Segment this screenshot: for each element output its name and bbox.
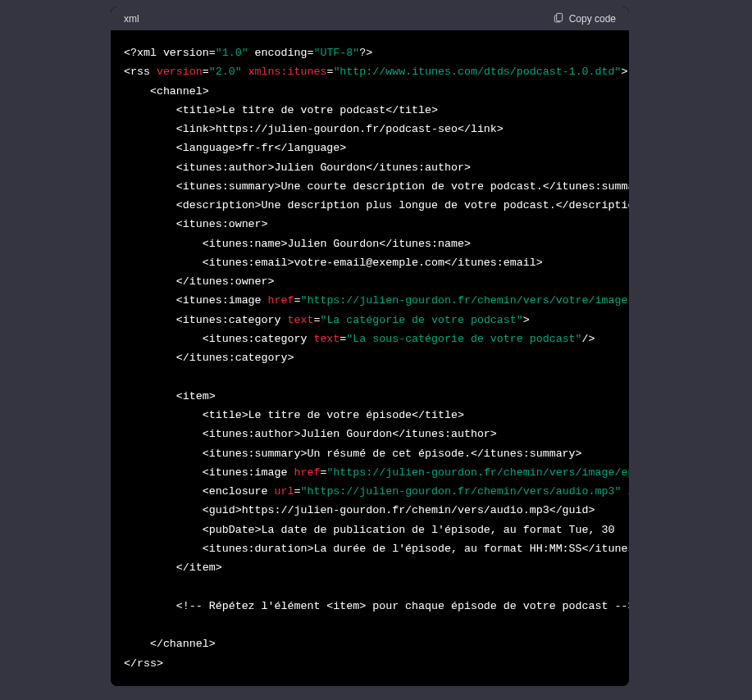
code-token: length <box>627 485 629 498</box>
code-token: </channel> <box>124 638 216 650</box>
code-token: <itunes:summary>Un résumé de cet épisode… <box>124 448 582 460</box>
code-token: /> <box>582 333 595 345</box>
code-token: </itunes:owner> <box>124 275 275 288</box>
code-token: > <box>523 314 530 326</box>
code-token: <itunes:image <box>124 466 294 479</box>
code-token: url <box>275 485 294 498</box>
svg-rect-0 <box>556 13 562 20</box>
code-token: "https://julien-gourdon.fr/chemin/vers/i… <box>326 466 629 479</box>
code-token: <itunes:email>votre-email@exemple.com</i… <box>124 257 543 269</box>
code-token: </rss> <box>124 657 163 670</box>
code-token: encoding= <box>248 47 314 59</box>
clipboard-icon <box>553 11 564 25</box>
code-token: text <box>313 333 340 345</box>
code-token: "La sous-catégorie de votre podcast" <box>346 333 581 345</box>
code-token <box>242 66 248 78</box>
code-token: <itunes:name>Julien Gourdon</itunes:name… <box>124 238 471 250</box>
code-header: xml Copy code <box>111 7 629 30</box>
code-token: "La catégorie de votre podcast" <box>320 314 522 326</box>
code-token: <!-- Répétez l'élément <item> pour chaqu… <box>124 600 629 612</box>
code-token: <rss <box>124 66 157 78</box>
code-token: <link>https://julien-gourdon.fr/podcast-… <box>124 123 504 135</box>
code-token: </item> <box>124 561 222 574</box>
code-token: <title>Le titre de votre épisode</title> <box>124 409 464 421</box>
code-block: xml Copy code <?xml version="1.0" encodi… <box>111 7 629 686</box>
code-token: <title>Le titre de votre podcast</title> <box>124 104 438 116</box>
code-token: <item> <box>124 390 216 402</box>
code-token: <itunes:summary>Une courte description d… <box>124 180 629 193</box>
code-token: <itunes:author>Julien Gourdon</itunes:au… <box>124 428 497 440</box>
code-token: = <box>203 66 209 78</box>
code-token: <itunes:category <box>124 314 288 326</box>
code-token: <description>Une description plus longue… <box>124 199 629 211</box>
code-token: <itunes:image <box>124 294 268 307</box>
code-token: ?> <box>359 47 372 59</box>
code-token: "https://julien-gourdon.fr/chemin/vers/v… <box>300 294 629 307</box>
code-token: "https://julien-gourdon.fr/chemin/vers/a… <box>300 485 621 498</box>
code-token: <language>fr-fr</language> <box>124 142 346 154</box>
code-token: <itunes:owner> <box>124 218 268 230</box>
code-token: <?xml version= <box>124 47 216 59</box>
code-token: <itunes:duration>La durée de l'épisode, … <box>124 543 629 555</box>
code-token: version <box>157 66 203 78</box>
code-token: > <box>622 66 628 78</box>
code-token: <itunes:author>Julien Gourdon</itunes:au… <box>124 161 471 174</box>
copy-code-label: Copy code <box>569 13 616 25</box>
code-token: <guid>https://julien-gourdon.fr/chemin/v… <box>124 504 595 516</box>
code-token: <enclosure <box>124 485 275 498</box>
language-label: xml <box>124 13 139 25</box>
code-token: "http://www.itunes.com/dtds/podcast-1.0.… <box>333 66 621 78</box>
code-token: "1.0" <box>216 47 248 59</box>
code-token: text <box>288 314 314 326</box>
code-token: <pubDate>La date de publication de l'épi… <box>124 524 621 536</box>
code-token: href <box>268 294 294 307</box>
code-token: <channel> <box>124 85 209 98</box>
code-token: "UTF-8" <box>313 47 359 59</box>
copy-code-button[interactable]: Copy code <box>553 11 616 25</box>
code-token: href <box>294 466 320 479</box>
code-token: "2.0" <box>209 66 242 78</box>
code-token: xmlns:itunes <box>248 66 327 78</box>
code-token: </itunes:category> <box>124 352 294 364</box>
code-content[interactable]: <?xml version="1.0" encoding="UTF-8"?> <… <box>111 30 629 686</box>
code-token: <itunes:category <box>124 333 313 345</box>
